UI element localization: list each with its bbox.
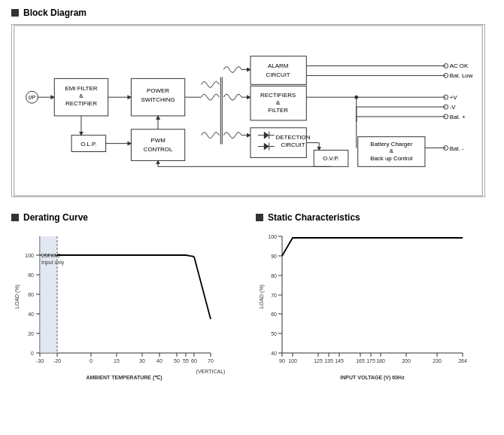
block-diagram-icon [11,9,19,17]
svg-rect-17 [250,56,306,85]
svg-text:0: 0 [31,351,34,356]
svg-text:-30: -30 [36,358,44,364]
svg-text:100: 100 [268,234,277,239]
block-diagram-title: Block Diagram [23,8,87,18]
static-chart-area: .axis-label2 { font-family: Arial, sans-… [256,229,493,387]
svg-text:60: 60 [271,312,277,317]
svg-text:DETECTION: DETECTION [276,134,311,141]
svg-text:90: 90 [271,254,277,259]
static-icon [256,214,263,221]
svg-text:INPUT VOLTAGE (V) 60Hz: INPUT VOLTAGE (V) 60Hz [340,375,405,381]
block-diagram-svg: text { font-family: Arial, sans-serif; f… [12,25,484,196]
svg-text:Battery Charger: Battery Charger [370,141,412,148]
block-diagram-area: text { font-family: Arial, sans-serif; f… [11,24,485,197]
svg-text:&: & [390,148,394,155]
svg-text:Input only: Input only [41,260,65,266]
svg-text:100: 100 [25,253,34,258]
svg-line-121 [186,255,194,257]
svg-text:100: 100 [288,358,297,364]
svg-text:135: 135 [324,358,333,364]
svg-text:30: 30 [139,358,145,364]
svg-text:SWITCHING: SWITCHING [141,96,175,103]
svg-text:AMBIENT TEMPERATURE (℃): AMBIENT TEMPERATURE (℃) [86,375,162,381]
svg-text:200: 200 [402,358,411,364]
svg-text:Bat. +: Bat. + [450,114,466,120]
svg-text:FILTER: FILTER [268,107,288,114]
svg-text:ALARM: ALARM [268,62,288,69]
svg-text:80: 80 [28,272,34,278]
svg-text:230: 230 [433,358,442,364]
svg-text:LOAD (%): LOAD (%) [14,284,20,309]
svg-text:145: 145 [335,358,344,364]
derating-chart-area: .axis-label { font-family: Arial, sans-s… [11,229,248,387]
derating-chart-svg: .axis-label { font-family: Arial, sans-s… [11,229,244,387]
static-chart-svg: .axis-label2 { font-family: Arial, sans-… [256,229,489,387]
derating-section: Derating Curve .axis-label { font-family… [11,212,248,387]
svg-text:CONTROL: CONTROL [144,146,173,153]
svg-text:70: 70 [208,358,214,364]
svg-text:50: 50 [271,331,277,336]
svg-line-122 [194,257,211,319]
svg-text:-V: -V [450,104,457,111]
svg-text:-20: -20 [53,358,61,364]
block-diagram-header: Block Diagram [11,8,493,18]
svg-text:264: 264 [458,358,467,364]
svg-text:LOAD (%): LOAD (%) [259,284,265,309]
svg-text:40: 40 [156,358,162,364]
page: Block Diagram text { font-family: Arial,… [0,0,504,394]
static-title: Static Characteristics [268,212,360,223]
svg-text:40: 40 [28,312,34,317]
derating-title: Derating Curve [23,212,88,223]
derating-header: Derating Curve [11,212,248,223]
svg-text:RECTIFIERS: RECTIFIERS [260,92,296,99]
svg-text:125: 125 [314,358,323,364]
svg-text:60: 60 [28,292,34,297]
svg-text:O.V.P.: O.V.P. [323,155,339,162]
svg-text:AC OK: AC OK [450,62,469,69]
svg-text:70: 70 [271,293,277,298]
svg-text:EMI FILTER: EMI FILTER [65,85,97,92]
static-header: Static Characteristics [256,212,493,223]
svg-text:60: 60 [191,358,197,364]
svg-text:40: 40 [271,351,277,356]
block-diagram-section: Block Diagram text { font-family: Arial,… [11,8,493,197]
svg-text:RECTIFIER: RECTIFIER [65,100,97,107]
svg-text:20: 20 [28,331,34,336]
svg-text:175: 175 [366,358,375,364]
svg-text:Bat. -: Bat. - [450,145,464,152]
svg-text:Bat. Low: Bat. Low [450,72,473,79]
svg-text:CIRCUIT: CIRCUIT [266,71,290,78]
svg-text:Back up Control: Back up Control [370,155,413,162]
svg-text:+V: +V [450,94,458,101]
svg-text:15: 15 [114,358,120,364]
svg-text:80: 80 [271,273,277,278]
svg-text:90: 90 [279,358,285,364]
svg-text:165: 165 [356,358,365,364]
svg-text:O.L.P.: O.L.P. [80,141,96,148]
derating-icon [11,214,19,221]
svg-text:&: & [79,93,83,99]
svg-text:I/P: I/P [29,94,36,101]
svg-text:POWER: POWER [147,87,169,94]
svg-text:50: 50 [174,358,180,364]
svg-text:55: 55 [183,358,189,364]
bottom-sections: Derating Curve .axis-label { font-family… [11,212,493,387]
static-section: Static Characteristics .axis-label2 { fo… [256,212,493,387]
svg-text:(VERTICAL): (VERTICAL) [196,369,226,375]
svg-text:CIRCUIT: CIRCUIT [281,141,305,148]
svg-text:180: 180 [376,358,385,364]
svg-text:PWM: PWM [150,137,165,144]
svg-text:0: 0 [90,358,93,364]
svg-text:&: & [276,99,281,106]
